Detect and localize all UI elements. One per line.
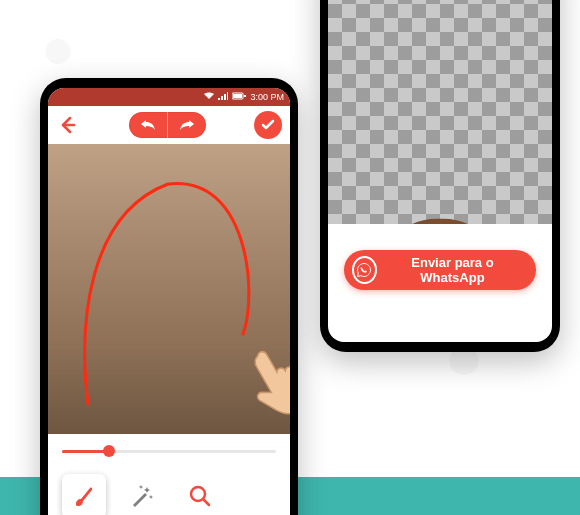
phone-result-screen: Enviar para o WhatsApp: [328, 0, 552, 342]
send-to-whatsapp-label: Enviar para o WhatsApp: [387, 255, 518, 285]
brush-icon: [71, 483, 97, 509]
svg-rect-1: [233, 94, 242, 98]
status-bar: 3:00 PM: [48, 88, 290, 106]
lasso-selection-path: [48, 144, 290, 434]
svg-point-3: [191, 487, 205, 501]
undo-button[interactable]: [129, 112, 167, 138]
slider-fill: [62, 450, 109, 453]
undo-redo-group: [129, 112, 206, 138]
share-area: Enviar para o WhatsApp: [328, 224, 552, 316]
status-time: 3:00 PM: [250, 92, 284, 102]
editor-canvas[interactable]: [48, 144, 290, 434]
phone-editor-screen: 3:00 PM: [48, 88, 290, 515]
send-to-whatsapp-button[interactable]: Enviar para o WhatsApp: [344, 250, 536, 290]
brush-size-slider[interactable]: [62, 450, 276, 453]
whatsapp-icon: [352, 256, 377, 284]
magic-wand-tool[interactable]: [120, 474, 164, 515]
slider-thumb[interactable]: [103, 445, 115, 457]
arrow-left-icon: [58, 115, 78, 135]
signal-icon: [218, 92, 228, 102]
magic-wand-icon: [129, 483, 155, 509]
brush-tool[interactable]: [62, 474, 106, 515]
brush-size-slider-row: [48, 434, 290, 468]
magnifier-icon: [187, 483, 213, 509]
phone-editor-frame: 3:00 PM: [40, 78, 298, 515]
check-icon: [260, 117, 276, 133]
svg-rect-2: [244, 95, 246, 97]
transparent-canvas: [328, 0, 552, 224]
redo-button[interactable]: [168, 112, 206, 138]
wifi-icon: [204, 92, 214, 102]
pointing-hand-icon: [248, 344, 290, 424]
back-button[interactable]: [56, 113, 80, 137]
cutout-sticker: [340, 0, 540, 206]
phone-result-frame: Enviar para o WhatsApp: [320, 0, 560, 352]
confirm-button[interactable]: [254, 111, 282, 139]
zoom-tool[interactable]: [178, 474, 222, 515]
tools-row: [48, 468, 290, 515]
editor-toolbar: [48, 106, 290, 144]
battery-icon: [232, 92, 246, 102]
redo-icon: [177, 118, 197, 132]
undo-icon: [138, 118, 158, 132]
